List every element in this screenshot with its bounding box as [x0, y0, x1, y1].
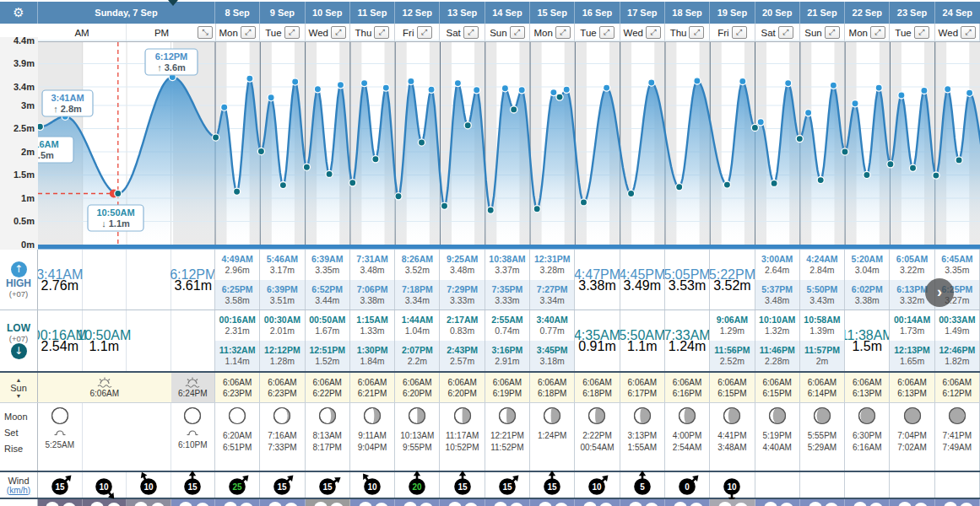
- tide-point-low[interactable]: [511, 106, 517, 113]
- tide-event: 12:51PM1.52m: [306, 341, 349, 371]
- svg-text:5: 5: [640, 482, 645, 492]
- sun-times-cell: 6:06AM6:18PM: [530, 373, 575, 402]
- tide-point-low[interactable]: [303, 164, 310, 170]
- tide-point-high[interactable]: [648, 79, 655, 86]
- date-header[interactable]: 19 Sep: [710, 2, 755, 24]
- tide-point-low[interactable]: [956, 157, 962, 164]
- date-header[interactable]: 14 Sep: [485, 2, 530, 24]
- tide-point-low[interactable]: [751, 124, 758, 131]
- tide-point-high[interactable]: [966, 89, 973, 96]
- tide-point-low[interactable]: [796, 136, 803, 143]
- date-header[interactable]: 23 Sep: [890, 2, 934, 24]
- tide-point-high[interactable]: [474, 87, 480, 94]
- moon-phase-icon: [858, 406, 876, 425]
- tide-point-high[interactable]: [739, 78, 746, 84]
- date-header[interactable]: 9 Sep: [260, 2, 305, 24]
- tide-point-low[interactable]: [487, 207, 494, 213]
- tide-point-low[interactable]: [326, 170, 333, 177]
- tide-point-high[interactable]: [830, 82, 837, 89]
- next-days-button[interactable]: ›: [925, 278, 954, 307]
- tide-point-high[interactable]: [604, 84, 610, 91]
- svg-text:↑ 3.6m: ↑ 3.6m: [157, 62, 186, 73]
- tide-event: 00:16AM2.54m: [38, 310, 82, 371]
- tide-point-low[interactable]: [418, 139, 425, 146]
- sunday-header[interactable]: Sunday, 7 Sep: [38, 2, 215, 24]
- tide-point-low[interactable]: [234, 188, 241, 195]
- date-header[interactable]: 12 Sep: [395, 2, 440, 24]
- tide-event: 7:27PM3.34m: [530, 280, 574, 310]
- moon-cell: 4:00PM2:54AM: [665, 403, 710, 471]
- tide-point-low[interactable]: [533, 206, 540, 213]
- tide-point-high[interactable]: [314, 86, 321, 93]
- tide-point-low[interactable]: [556, 94, 563, 100]
- tide-point-low[interactable]: [864, 171, 870, 178]
- tide-point-low[interactable]: [933, 172, 939, 179]
- tide-point-high[interactable]: [501, 85, 508, 92]
- wind-unit-link[interactable]: (km/h): [7, 486, 30, 495]
- tide-point-high[interactable]: [898, 92, 905, 99]
- tide-hi-cell: 9:25AM3.48m7:29PM3.33m: [440, 250, 485, 310]
- tide-point-low[interactable]: [771, 180, 777, 186]
- tide-point-high[interactable]: [292, 78, 299, 85]
- tide-event: 1:44AM1.04m: [395, 310, 439, 341]
- tide-point-low[interactable]: [279, 182, 286, 189]
- tide-point-high[interactable]: [518, 87, 525, 94]
- tide-point-low[interactable]: [723, 181, 730, 188]
- tide-point-high[interactable]: [805, 110, 812, 116]
- tide-point-low[interactable]: [395, 193, 402, 200]
- date-header[interactable]: 10 Sep: [306, 2, 350, 24]
- tide-point-high[interactable]: [550, 89, 557, 96]
- tide-point-high[interactable]: [852, 100, 858, 107]
- tide-lo-cell: 00:33AM1.49m12:46PM1.82m: [935, 310, 980, 371]
- moon-row: Moon Set Rise 5:25AM 6:10PM 6:20AM6:51PM…: [0, 403, 980, 472]
- date-header[interactable]: 24 Sep: [935, 2, 980, 24]
- tide-point-high[interactable]: [382, 84, 389, 91]
- date-header[interactable]: 21 Sep: [800, 2, 845, 24]
- sun-row-toggle[interactable]: ▲ Sun ▼: [0, 373, 38, 402]
- tide-point-high[interactable]: [246, 75, 253, 82]
- date-header[interactable]: 13 Sep: [440, 2, 485, 24]
- tide-point-low[interactable]: [115, 190, 122, 196]
- tide-event: 11:57PM2m: [800, 341, 844, 371]
- tide-point-low[interactable]: [817, 177, 824, 184]
- tide-point-high[interactable]: [757, 119, 764, 126]
- date-header[interactable]: 18 Sep: [665, 2, 710, 24]
- date-header[interactable]: 8 Sep: [215, 2, 260, 24]
- tide-point-high[interactable]: [221, 104, 228, 110]
- tide-point-high[interactable]: [408, 78, 414, 84]
- tide-event: 00:16AM2.31m: [215, 310, 259, 341]
- tide-point-high[interactable]: [454, 80, 461, 87]
- date-header[interactable]: 11 Sep: [350, 2, 395, 24]
- tide-point-low[interactable]: [580, 199, 587, 206]
- tide-point-high[interactable]: [337, 82, 344, 89]
- tide-point-high[interactable]: [875, 84, 882, 91]
- tide-point-low[interactable]: [887, 161, 894, 168]
- tide-point-high[interactable]: [361, 80, 368, 87]
- date-header[interactable]: 22 Sep: [845, 2, 890, 24]
- tide-point-low[interactable]: [464, 122, 471, 129]
- tide-hi-cell: 5:22PM3.52m: [710, 250, 755, 310]
- tide-point-high[interactable]: [268, 94, 274, 101]
- dow-label: Thu: [670, 28, 687, 38]
- tide-point-high[interactable]: [694, 78, 701, 84]
- tide-point-low[interactable]: [372, 156, 379, 163]
- tide-point-low[interactable]: [909, 164, 916, 171]
- tide-point-low[interactable]: [628, 190, 635, 196]
- moon-cell: 5:19PM4:40AM: [755, 403, 800, 471]
- date-header[interactable]: 20 Sep: [755, 2, 800, 24]
- tide-point-high[interactable]: [945, 86, 951, 93]
- tide-point-high[interactable]: [428, 86, 435, 93]
- tide-point-high[interactable]: [563, 86, 570, 93]
- date-header[interactable]: 16 Sep: [575, 2, 620, 24]
- tide-point-low[interactable]: [349, 180, 356, 186]
- tide-point-low[interactable]: [257, 148, 264, 154]
- tide-point-low[interactable]: [842, 148, 848, 155]
- tide-point-low[interactable]: [213, 134, 219, 141]
- settings-button[interactable]: ⚙: [0, 2, 38, 24]
- tide-point-high[interactable]: [921, 87, 928, 94]
- date-header[interactable]: 15 Sep: [530, 2, 575, 24]
- tide-point-low[interactable]: [676, 184, 683, 191]
- date-header[interactable]: 17 Sep: [620, 2, 665, 24]
- tide-point-high[interactable]: [785, 80, 792, 87]
- tide-point-low[interactable]: [441, 202, 447, 209]
